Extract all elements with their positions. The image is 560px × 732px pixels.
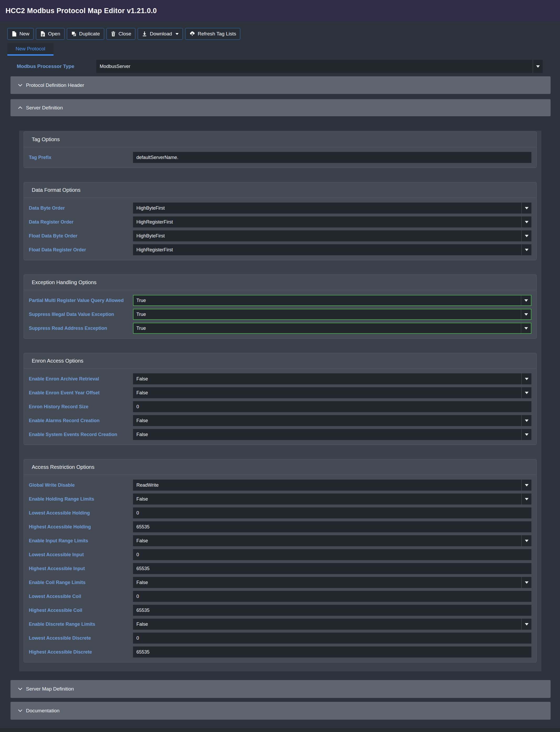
lowest-accessible-input-row: Lowest Accessible Input	[29, 549, 531, 560]
modbus-processor-type-select[interactable]: ModbusServer	[96, 60, 543, 73]
lowest-accessible-discrete-input[interactable]	[133, 633, 531, 644]
section-server-map-definition[interactable]: Server Map Definition	[10, 680, 551, 698]
enable-alarms-record-creation-select[interactable]: False	[133, 415, 531, 426]
lowest-accessible-coil-row: Lowest Accessible Coil	[29, 591, 531, 602]
chevron-down-icon	[521, 323, 531, 333]
enable-enron-event-year-offset-row: Enable Enron Event Year Offset False	[29, 387, 531, 398]
lowest-accessible-discrete-row: Lowest Accessible Discrete	[29, 633, 531, 644]
modbus-processor-type-label: Modbus Processor Type	[17, 63, 96, 69]
chevron-down-icon	[521, 577, 531, 588]
refresh-tag-lists-button-label: Refresh Tag Lists	[198, 31, 236, 37]
highest-accessible-discrete-row: Highest Accessible Discrete	[29, 646, 531, 657]
chevron-down-icon	[521, 309, 531, 319]
section-documentation[interactable]: Documentation	[10, 702, 551, 720]
close-button[interactable]: Close	[106, 28, 136, 40]
lowest-accessible-coil-label: Lowest Accessible Coil	[29, 594, 133, 599]
partial-multi-register-label: Partial Multi Register Value Query Allow…	[29, 298, 133, 303]
suppress-read-address-exception-select[interactable]: True	[133, 323, 531, 334]
highest-accessible-holding-row: Highest Accessible Holding	[29, 521, 531, 532]
data-register-order-row: Data Register Order HighRegisterFirst	[29, 216, 531, 227]
tag-options-panel: Tag Options Tag Prefix	[24, 131, 537, 168]
enable-alarms-record-creation-label: Enable Alarms Record Creation	[29, 418, 133, 423]
global-write-disable-select[interactable]: ReadWrite	[133, 480, 531, 491]
enable-system-events-record-creation-row: Enable System Events Record Creation Fal…	[29, 429, 531, 440]
sections-container: Protocol Definition Header Server Defini…	[10, 76, 551, 720]
footer-strip	[0, 728, 560, 732]
chevron-down-icon	[521, 387, 531, 398]
highest-accessible-input-label: Highest Accessible Input	[29, 566, 133, 571]
highest-accessible-discrete-label: Highest Accessible Discrete	[29, 649, 133, 655]
download-icon	[142, 31, 147, 37]
lowest-accessible-input-input[interactable]	[133, 549, 531, 560]
highest-accessible-input-input[interactable]	[133, 563, 531, 574]
data-register-order-value: HighRegisterFirst	[136, 219, 173, 225]
global-write-disable-label: Global Write Disable	[29, 482, 133, 488]
enable-input-range-limits-select[interactable]: False	[133, 535, 531, 546]
section-protocol-definition-header[interactable]: Protocol Definition Header	[10, 76, 551, 94]
page-title: HCC2 Modbus Protocol Map Editor v1.21.0.…	[6, 7, 157, 15]
partial-multi-register-value-query-allowed-select[interactable]: True	[133, 295, 531, 306]
toolbar: New Open Duplicate Close Download Refres…	[0, 22, 560, 40]
download-button[interactable]: Download	[138, 28, 183, 40]
section-protocol-definition-header-title: Protocol Definition Header	[26, 82, 84, 88]
float-data-register-order-value: HighRegisterFirst	[136, 247, 173, 253]
section-server-map-definition-title: Server Map Definition	[26, 686, 74, 692]
trash-icon	[111, 31, 116, 37]
new-button-label: New	[19, 31, 29, 37]
chevron-down-icon	[521, 244, 531, 255]
enable-enron-event-year-offset-select[interactable]: False	[133, 387, 531, 398]
suppress-illegal-data-value-exception-select[interactable]: True	[133, 309, 531, 320]
float-data-byte-order-select[interactable]: HighByteFirst	[133, 230, 531, 241]
float-data-register-order-select[interactable]: HighRegisterFirst	[133, 244, 531, 255]
chevron-down-icon	[533, 60, 543, 73]
enable-system-events-record-creation-select[interactable]: False	[133, 429, 531, 440]
lowest-accessible-discrete-label: Lowest Accessible Discrete	[29, 635, 133, 641]
enable-enron-archive-retrieval-select[interactable]: False	[133, 373, 531, 384]
float-data-byte-order-label: Float Data Byte Order	[29, 233, 133, 239]
section-server-definition[interactable]: Server Definition	[10, 99, 551, 116]
data-format-options-panel-title: Data Format Options	[24, 182, 536, 198]
lowest-accessible-coil-input[interactable]	[133, 591, 531, 602]
chevron-down-icon	[521, 295, 531, 305]
access-restriction-options-panel-title: Access Restriction Options	[24, 459, 536, 475]
modbus-processor-type-value: ModbusServer	[100, 64, 130, 69]
highest-accessible-input-row: Highest Accessible Input	[29, 563, 531, 574]
tab-bar: New Protocol	[0, 43, 560, 56]
new-button[interactable]: New	[7, 28, 34, 40]
enable-coil-range-limits-select[interactable]: False	[133, 577, 531, 588]
enable-input-range-limits-row: Enable Input Range Limits False	[29, 535, 531, 546]
close-button-label: Close	[119, 31, 131, 37]
data-register-order-select[interactable]: HighRegisterFirst	[133, 216, 531, 227]
suppress-illegal-data-value-label: Suppress Illegal Data Value Exception	[29, 312, 133, 317]
duplicate-button[interactable]: Duplicate	[67, 28, 104, 40]
chevron-down-icon	[521, 494, 531, 505]
enable-system-events-record-creation-label: Enable System Events Record Creation	[29, 432, 133, 437]
tag-prefix-label: Tag Prefix	[29, 155, 133, 160]
tab-new-protocol-label: New Protocol	[16, 46, 45, 52]
enable-discrete-range-limits-row: Enable Discrete Range Limits False	[29, 619, 531, 630]
section-server-definition-title: Server Definition	[26, 105, 63, 111]
chevron-down-icon	[521, 203, 531, 214]
chevron-down-icon	[18, 83, 23, 87]
refresh-tag-lists-button[interactable]: Refresh Tag Lists	[185, 28, 240, 40]
partial-multi-register-value: True	[136, 298, 146, 303]
enron-history-record-size-label: Enron History Record Size	[29, 404, 133, 410]
enable-coil-range-limits-value: False	[136, 580, 148, 585]
data-byte-order-select[interactable]: HighByteFirst	[133, 203, 531, 214]
access-restriction-options-panel: Access Restriction Options Global Write …	[24, 459, 537, 662]
enable-discrete-range-limits-select[interactable]: False	[133, 619, 531, 630]
enable-holding-range-limits-select[interactable]: False	[133, 494, 531, 505]
data-register-order-label: Data Register Order	[29, 219, 133, 225]
lowest-accessible-holding-input[interactable]	[133, 507, 531, 518]
lowest-accessible-holding-row: Lowest Accessible Holding	[29, 507, 531, 518]
highest-accessible-discrete-input[interactable]	[133, 646, 531, 657]
tab-new-protocol[interactable]: New Protocol	[7, 43, 54, 56]
enron-history-record-size-input[interactable]	[133, 401, 531, 412]
enable-discrete-range-limits-label: Enable Discrete Range Limits	[29, 622, 133, 627]
highest-accessible-coil-input[interactable]	[133, 605, 531, 616]
open-button[interactable]: Open	[36, 28, 64, 40]
tag-prefix-input[interactable]	[133, 152, 531, 163]
enable-enron-event-year-offset-value: False	[136, 390, 148, 396]
data-byte-order-label: Data Byte Order	[29, 205, 133, 211]
highest-accessible-holding-input[interactable]	[133, 521, 531, 532]
